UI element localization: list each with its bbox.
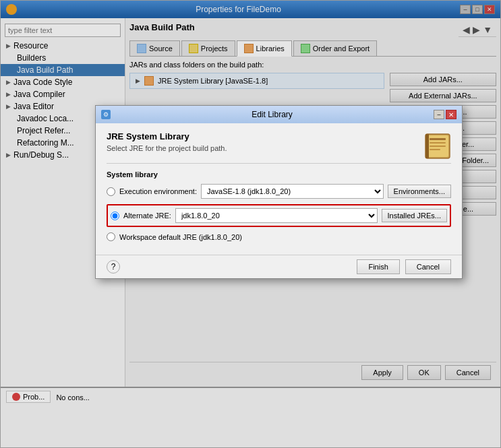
edit-library-dialog: ⚙ Edit Library – ✕ JRE Sy: [95, 105, 463, 279]
dialog-close-button[interactable]: ✕: [446, 110, 456, 119]
dialog-body: JRE System Library Select JRE for the pr…: [96, 123, 462, 255]
workspace-row: Workspace default JRE (jdk1.8.0_20): [107, 232, 451, 241]
finish-button[interactable]: Finish: [357, 259, 399, 274]
alt-jre-row: Alternate JRE: jdk1.8.0_20 Installed JRE…: [107, 204, 451, 227]
workspace-radio[interactable]: [107, 232, 115, 241]
alt-jre-radio[interactable]: [111, 212, 119, 220]
alt-jre-label: Alternate JRE:: [123, 212, 171, 220]
dialog-icon: ⚙: [101, 110, 111, 119]
exec-env-select[interactable]: JavaSE-1.8 (jdk1.8.0_20): [201, 184, 384, 199]
help-button[interactable]: ?: [107, 260, 120, 274]
svg-rect-5: [430, 149, 440, 150]
system-library-label: System library: [107, 170, 451, 179]
dialog-cancel-button[interactable]: Cancel: [405, 259, 451, 274]
dialog-section-title: JRE System Library: [107, 131, 451, 141]
dialog-action-buttons: Finish Cancel: [357, 259, 451, 274]
book-icon: [424, 131, 451, 163]
svg-rect-2: [430, 138, 446, 140]
alt-jre-select[interactable]: jdk1.8.0_20: [175, 208, 378, 223]
workspace-label: Workspace default JRE (jdk1.8.0_20): [119, 233, 242, 241]
svg-rect-6: [425, 134, 429, 158]
dialog-section-desc: Select JRE for the project build path.: [107, 144, 451, 152]
dialog-minimize-button[interactable]: –: [434, 110, 444, 119]
environments-button[interactable]: Environments...: [388, 185, 451, 198]
dialog-title-bar: ⚙ Edit Library – ✕: [96, 106, 462, 123]
dialog-bottom-bar: ? Finish Cancel: [96, 255, 462, 278]
svg-rect-3: [430, 142, 446, 143]
exec-env-row: Execution environment: JavaSE-1.8 (jdk1.…: [107, 184, 451, 199]
installed-jres-button[interactable]: Installed JREs...: [382, 209, 447, 222]
dialog-controls: – ✕: [434, 110, 456, 119]
svg-rect-4: [430, 146, 446, 147]
dialog-title: Edit Library: [111, 110, 434, 119]
exec-env-radio[interactable]: [107, 187, 115, 196]
exec-env-label: Execution environment:: [119, 187, 197, 195]
